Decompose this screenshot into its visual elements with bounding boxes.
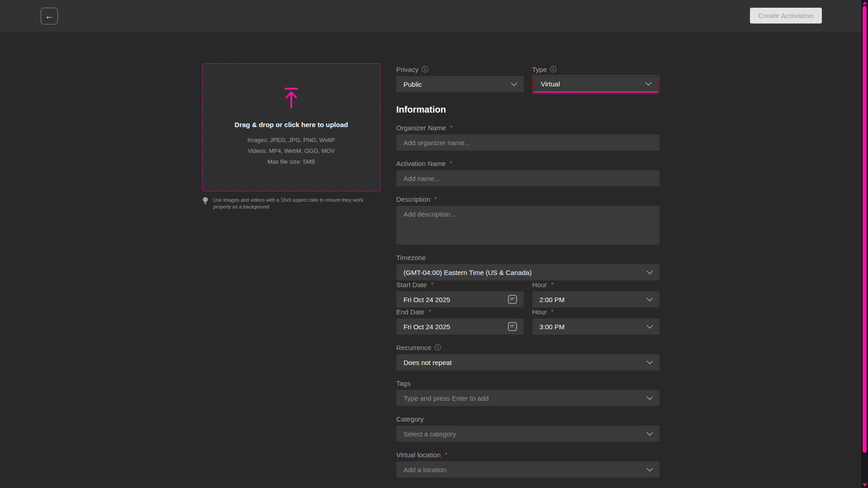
chevron-down-icon	[646, 298, 653, 302]
scrollbar-down-arrow[interactable]	[863, 483, 867, 487]
dropzone-videos-formats: Videos: MP4, WebM, OGG, MOV	[248, 146, 335, 156]
category-select[interactable]: Select a category	[396, 426, 659, 442]
end-date-field-group: End Date * Fri Oct 24 2025	[396, 308, 524, 335]
activation-name-label: Activation Name *	[396, 159, 659, 167]
privacy-value: Public	[403, 81, 507, 88]
back-button[interactable]: ←	[41, 8, 58, 24]
organizer-name-input[interactable]	[396, 134, 659, 151]
organizer-name-label: Organizer Name *	[396, 123, 659, 132]
virtual-location-label: Virtual location *	[396, 450, 659, 459]
create-activation-button[interactable]: Create Activation	[750, 8, 822, 24]
recurrence-select[interactable]: Does not repeat	[396, 354, 659, 370]
aspect-ratio-tip-text: Use images and videos with a 16x9 aspect…	[213, 197, 369, 210]
tags-input[interactable]: Type and press Enter to add	[396, 390, 659, 406]
activation-form: Privacy ⓘ Public Type ⓘ Virtual	[396, 65, 659, 478]
tags-label: Tags	[396, 379, 659, 387]
info-icon[interactable]: ⓘ	[435, 344, 441, 351]
dropzone-images-formats: Images: JPEG, JPG, PNG, WebP	[247, 135, 335, 146]
required-asterisk: *	[551, 281, 553, 288]
timezone-label: Timezone	[396, 253, 659, 261]
end-date-picker[interactable]: Fri Oct 24 2025	[396, 318, 524, 335]
dropzone-max-size: Max file size: 5MB	[267, 156, 315, 167]
aspect-ratio-tip: Use images and videos with a 16x9 aspect…	[202, 197, 379, 210]
back-arrow-icon: ←	[45, 8, 54, 24]
vertical-scrollbar[interactable]	[861, 0, 868, 488]
topbar: ← Create Activation	[0, 0, 868, 32]
description-textarea[interactable]	[396, 206, 659, 245]
chevron-down-icon	[646, 270, 653, 275]
type-select-focus-ring: Virtual	[532, 75, 660, 94]
start-date-field-group: Start Date * Fri Oct 24 2025	[396, 280, 524, 308]
start-hour-value: 2:00 PM	[540, 296, 643, 303]
start-date-value: Fri Oct 24 2025	[403, 296, 504, 303]
chevron-down-icon	[646, 468, 653, 472]
required-asterisk: *	[551, 308, 553, 315]
type-select[interactable]: Virtual	[534, 76, 659, 93]
start-date-picker[interactable]: Fri Oct 24 2025	[396, 291, 524, 308]
end-date-value: Fri Oct 24 2025	[403, 323, 504, 331]
info-icon[interactable]: ⓘ	[422, 66, 428, 72]
privacy-select[interactable]: Public	[396, 76, 524, 92]
activation-name-input[interactable]	[396, 170, 659, 186]
end-hour-select[interactable]: 3:00 PM	[532, 318, 660, 335]
description-label: Description *	[396, 195, 659, 203]
end-date-label: End Date *	[396, 308, 524, 316]
type-field-group: Type ⓘ Virtual	[532, 65, 660, 94]
required-asterisk: *	[450, 124, 452, 131]
required-asterisk: *	[450, 160, 452, 167]
info-icon[interactable]: ⓘ	[550, 66, 556, 72]
start-hour-label: Hour *	[532, 280, 660, 289]
timezone-select[interactable]: (GMT-04:00) Eastern Time (US & Canada)	[396, 264, 659, 280]
category-placeholder: Select a category	[403, 430, 643, 438]
privacy-label: Privacy ⓘ	[396, 65, 524, 73]
calendar-icon[interactable]	[508, 294, 517, 304]
end-hour-label: Hour *	[532, 308, 660, 316]
media-upload-dropzone[interactable]: Drag & drop or click here to upload Imag…	[202, 63, 380, 191]
end-hour-field-group: Hour * 3:00 PM	[532, 308, 660, 335]
start-hour-select[interactable]: 2:00 PM	[532, 291, 660, 308]
upload-icon	[284, 87, 299, 111]
required-asterisk: *	[445, 451, 447, 458]
required-asterisk: *	[431, 281, 433, 288]
scrollbar-thumb[interactable]	[863, 6, 867, 453]
start-hour-field-group: Hour * 2:00 PM	[532, 280, 660, 308]
chevron-down-icon	[646, 396, 653, 400]
chevron-down-icon	[646, 325, 653, 329]
end-hour-value: 3:00 PM	[540, 323, 643, 331]
privacy-field-group: Privacy ⓘ Public	[396, 65, 524, 94]
chevron-down-icon	[646, 432, 653, 436]
calendar-icon[interactable]	[508, 322, 517, 332]
virtual-location-placeholder: Add a location	[403, 466, 643, 474]
recurrence-value: Does not repeat	[403, 359, 643, 366]
required-asterisk: *	[429, 308, 431, 315]
start-date-label: Start Date *	[396, 280, 524, 289]
lightbulb-icon	[202, 197, 209, 207]
virtual-location-select[interactable]: Add a location	[396, 461, 659, 478]
scrollbar-up-arrow[interactable]	[863, 1, 867, 5]
type-label: Type ⓘ	[532, 65, 660, 73]
timezone-value: (GMT-04:00) Eastern Time (US & Canada)	[403, 269, 643, 276]
chevron-down-icon	[646, 360, 653, 365]
dropzone-title: Drag & drop or click here to upload	[235, 121, 348, 128]
tags-placeholder: Type and press Enter to add	[403, 394, 643, 402]
required-asterisk: *	[434, 195, 436, 203]
recurrence-label: Recurrence ⓘ	[396, 343, 659, 351]
type-value: Virtual	[541, 80, 642, 88]
category-label: Category	[396, 415, 659, 423]
chevron-down-icon	[645, 82, 652, 86]
information-section-title: Information	[396, 104, 659, 115]
chevron-down-icon	[511, 82, 517, 86]
